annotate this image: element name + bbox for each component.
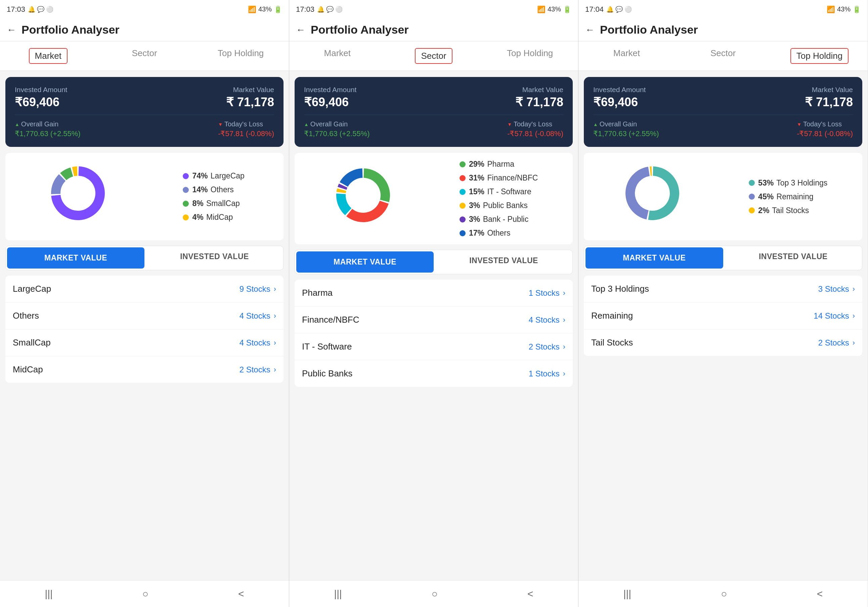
status-right: 📶 43% 🔋 xyxy=(827,5,861,14)
status-time: 17:04 🔔 💬 ⚪ xyxy=(585,5,632,14)
stock-count: 1 Stocks › xyxy=(529,289,565,298)
invested-label: Invested Amount xyxy=(593,86,646,94)
donut-chart xyxy=(619,160,693,234)
market-label: Market Value xyxy=(226,86,274,94)
menu-icon[interactable]: ||| xyxy=(623,588,631,599)
menu-icon[interactable]: ||| xyxy=(334,588,342,599)
chart-legend: 53% Top 3 Holdings 45% Remaining 2% Tail… xyxy=(749,179,827,215)
chart-legend: 74% LargeCap 14% Others 8% SmallCap 4% M… xyxy=(183,171,244,222)
todays-loss-value: -₹57.81 (-0.08%) xyxy=(797,129,853,138)
market-value-button[interactable]: MARKET VALUE xyxy=(586,247,723,269)
tab-market[interactable]: Market xyxy=(578,41,675,71)
invested-value-button[interactable]: INVESTED VALUE xyxy=(725,246,862,270)
menu-icon[interactable]: ||| xyxy=(45,588,53,599)
bottom-nav: |||○< xyxy=(578,580,868,607)
back-button[interactable]: ← xyxy=(585,25,595,35)
legend-dot xyxy=(460,161,466,168)
status-bar: 17:03 🔔 💬 ⚪ 📶 43% 🔋 xyxy=(0,0,289,19)
stock-count: 2 Stocks › xyxy=(240,365,276,374)
chevron-icon: › xyxy=(274,312,276,320)
stock-category-name: Top 3 Holdings xyxy=(591,284,649,294)
invested-value-button[interactable]: INVESTED VALUE xyxy=(435,250,572,274)
stock-item[interactable]: Finance/NBFC 4 Stocks › xyxy=(294,306,573,334)
status-bar: 17:03 🔔 💬 ⚪ 📶 43% 🔋 xyxy=(289,0,578,19)
overall-gain-value: ₹1,770.63 (+2.55%) xyxy=(15,129,81,138)
back-icon[interactable]: < xyxy=(527,588,533,599)
status-time: 17:03 🔔 💬 ⚪ xyxy=(296,5,343,14)
legend-dot xyxy=(749,207,755,213)
chevron-icon: › xyxy=(274,365,276,374)
overall-gain-label: ▲ Overall Gain xyxy=(15,120,81,128)
invested-label: Invested Amount xyxy=(15,86,67,94)
home-icon[interactable]: ○ xyxy=(721,588,727,599)
stock-item[interactable]: Top 3 Holdings 3 Stocks › xyxy=(584,276,862,303)
tab-top-holding[interactable]: Top Holding xyxy=(192,41,289,71)
tab-sector[interactable]: Sector xyxy=(675,41,771,71)
tab-market[interactable]: Market xyxy=(0,41,96,71)
home-icon[interactable]: ○ xyxy=(432,588,438,599)
legend-dot xyxy=(183,201,189,207)
stock-item[interactable]: Pharma 1 Stocks › xyxy=(294,279,573,306)
chevron-icon: › xyxy=(852,285,855,293)
chart-section: 53% Top 3 Holdings 45% Remaining 2% Tail… xyxy=(584,153,862,240)
bottom-nav: |||○< xyxy=(289,580,578,607)
legend-dot xyxy=(183,187,189,193)
invested-value: ₹69,406 xyxy=(15,95,67,109)
stock-item[interactable]: LargeCap 9 Stocks › xyxy=(5,276,284,303)
stock-count: 14 Stocks › xyxy=(814,311,855,321)
tab-sector[interactable]: Sector xyxy=(386,41,482,71)
market-label: Market Value xyxy=(515,86,563,94)
header: ← Portfolio Analyser xyxy=(578,19,868,41)
stock-list: Top 3 Holdings 3 Stocks › Remaining 14 S… xyxy=(584,276,862,356)
stock-category-name: Public Banks xyxy=(302,368,352,379)
stock-count: 9 Stocks › xyxy=(240,284,276,294)
stock-category-name: MidCap xyxy=(13,364,43,375)
bottom-nav: |||○< xyxy=(0,580,289,607)
tab-sector[interactable]: Sector xyxy=(96,41,193,71)
tabs-row: MarketSectorTop Holding xyxy=(578,41,868,71)
tab-market[interactable]: Market xyxy=(289,41,386,71)
stock-list: Pharma 1 Stocks › Finance/NBFC 4 Stocks … xyxy=(294,279,573,387)
stock-count: 3 Stocks › xyxy=(818,284,855,294)
stock-count: 4 Stocks › xyxy=(529,315,565,324)
legend-item: 15% IT - Software xyxy=(460,187,538,196)
back-button[interactable]: ← xyxy=(296,25,305,35)
legend-item: 2% Tail Stocks xyxy=(749,206,827,215)
todays-loss-label: ▼ Today's Loss xyxy=(507,120,563,128)
back-button[interactable]: ← xyxy=(7,25,16,35)
stock-item[interactable]: Remaining 14 Stocks › xyxy=(584,303,862,329)
tab-top-holding[interactable]: Top Holding xyxy=(482,41,578,71)
market-value-button[interactable]: MARKET VALUE xyxy=(7,247,144,269)
screen-sector-screen: 17:03 🔔 💬 ⚪ 📶 43% 🔋 ← Portfolio Analyser… xyxy=(289,0,578,607)
stock-count: 4 Stocks › xyxy=(240,311,276,321)
stock-item[interactable]: Tail Stocks 2 Stocks › xyxy=(584,329,862,356)
chart-section: 74% LargeCap 14% Others 8% SmallCap 4% M… xyxy=(5,153,284,240)
home-icon[interactable]: ○ xyxy=(143,588,149,599)
status-bar: 17:04 🔔 💬 ⚪ 📶 43% 🔋 xyxy=(578,0,868,19)
stock-count: 2 Stocks › xyxy=(529,342,565,352)
legend-dot xyxy=(460,230,466,236)
chart-section: 29% Pharma 31% Finance/NBFC 15% IT - Sof… xyxy=(294,153,573,244)
stock-category-name: LargeCap xyxy=(13,284,51,294)
chevron-icon: › xyxy=(274,285,276,293)
stock-item[interactable]: IT - Software 2 Stocks › xyxy=(294,334,573,360)
stock-item[interactable]: Others 4 Stocks › xyxy=(5,303,284,329)
market-value: ₹ 71,178 xyxy=(226,95,274,109)
invested-value-button[interactable]: INVESTED VALUE xyxy=(146,246,283,270)
invested-value: ₹69,406 xyxy=(304,95,356,109)
tab-top-holding[interactable]: Top Holding xyxy=(771,41,868,71)
stock-item[interactable]: MidCap 2 Stocks › xyxy=(5,356,284,383)
screen-top-holding-screen: 17:04 🔔 💬 ⚪ 📶 43% 🔋 ← Portfolio Analyser… xyxy=(578,0,868,607)
back-icon[interactable]: < xyxy=(817,588,823,599)
back-icon[interactable]: < xyxy=(238,588,244,599)
value-toggle: MARKET VALUEINVESTED VALUE xyxy=(294,250,573,274)
stock-item[interactable]: Public Banks 1 Stocks › xyxy=(294,360,573,387)
market-value-button[interactable]: MARKET VALUE xyxy=(296,251,434,273)
market-value: ₹ 71,178 xyxy=(805,95,853,109)
stock-item[interactable]: SmallCap 4 Stocks › xyxy=(5,329,284,356)
invested-label: Invested Amount xyxy=(304,86,356,94)
legend-dot xyxy=(183,173,189,179)
chart-legend: 29% Pharma 31% Finance/NBFC 15% IT - Sof… xyxy=(460,160,538,238)
stock-category-name: Remaining xyxy=(591,310,633,321)
legend-item: 45% Remaining xyxy=(749,192,827,201)
